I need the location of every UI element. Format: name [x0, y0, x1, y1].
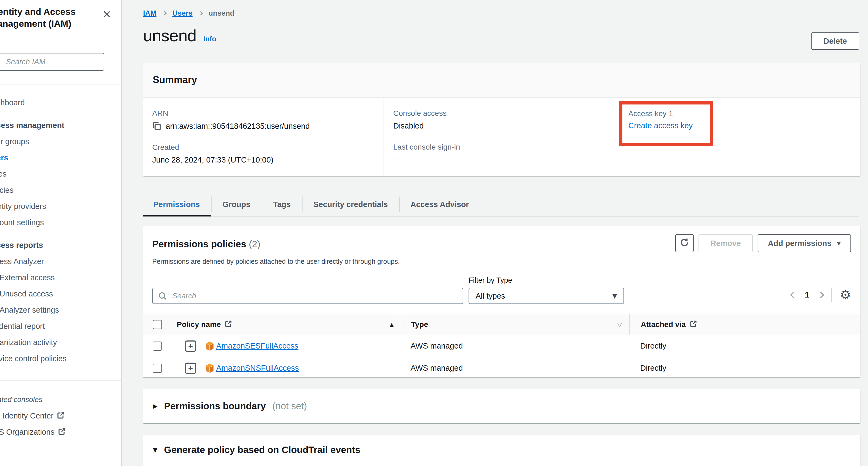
previous-page-icon[interactable] — [790, 291, 797, 298]
sidebar-item-account-settings[interactable]: Account settings — [0, 214, 122, 230]
close-icon[interactable]: × — [103, 7, 111, 21]
policy-link[interactable]: AmazonSESFullAccess — [216, 342, 299, 350]
add-permissions-button[interactable]: Add permissions▼ — [757, 235, 851, 252]
summary-column-3: Access key 1 Create access key — [621, 98, 860, 176]
row-checkbox[interactable] — [153, 364, 162, 373]
breadcrumb-iam-link[interactable]: IAM — [143, 9, 157, 18]
permissions-policies-title: Permissions policies (2) — [152, 239, 260, 249]
expand-row-button[interactable]: + — [185, 340, 196, 352]
tab-groups[interactable]: Groups — [211, 193, 261, 215]
search-iam-input[interactable] — [0, 53, 104, 71]
sidebar-item-credential-report[interactable]: Credential report — [0, 318, 122, 334]
policy-attached-via: Directly — [640, 364, 666, 373]
column-type: Type — [411, 320, 428, 329]
type-filter-select[interactable]: All types ▼ — [469, 288, 624, 304]
sidebar-related-consoles: Related consoles IAM Identity Center AWS… — [0, 392, 122, 440]
policy-attached-via: Directly — [640, 342, 666, 350]
managed-policy-icon — [205, 363, 215, 373]
select-all-checkbox[interactable] — [153, 320, 162, 329]
summary-body: ARN arn:aws:iam::905418462135:user/unsen… — [143, 98, 860, 176]
permissions-boundary-title: Permissions boundary — [164, 401, 266, 411]
sidebar-item-unused-access[interactable]: Unused access — [0, 286, 122, 302]
table-row: + AmazonSESFullAccess AWS managed Direct… — [143, 335, 860, 357]
last-signin-value: - — [393, 155, 621, 164]
policies-count: (2) — [249, 239, 260, 249]
sidebar-item-organization-activity[interactable]: Organization activity — [0, 334, 122, 350]
tab-security-credentials[interactable]: Security credentials — [302, 193, 399, 215]
external-link-icon — [57, 408, 65, 425]
policy-type: AWS managed — [410, 364, 463, 373]
tab-permissions[interactable]: Permissions — [143, 193, 211, 215]
created-value: June 28, 2024, 07:33 (UTC+10:00) — [152, 156, 383, 164]
detail-tabs: Permissions Groups Tags Security credent… — [143, 193, 480, 215]
sidebar-item-external-access[interactable]: External access — [0, 270, 122, 286]
row-checkbox[interactable] — [153, 342, 162, 351]
summary-column-1: ARN arn:aws:iam::905418462135:user/unsen… — [143, 98, 383, 176]
external-link-icon — [58, 425, 66, 441]
sidebar-item-service-control-policies[interactable]: Service control policies — [0, 350, 122, 367]
sidebar-item-identity-providers[interactable]: Identity providers — [0, 198, 122, 214]
iam-sidebar: Identity and Access Management (IAM) × D… — [0, 0, 122, 466]
refresh-button[interactable] — [675, 235, 694, 252]
generate-policy-card[interactable]: ▼ Generate policy based on CloudTrail ev… — [143, 435, 860, 466]
sidebar-item-roles[interactable]: Roles — [0, 166, 122, 182]
permissions-policies-card: Permissions policies (2) Remove Add perm… — [143, 226, 860, 377]
policy-link[interactable]: AmazonSNSFullAccess — [216, 364, 299, 373]
page-number[interactable]: 1 — [805, 290, 809, 300]
sidebar-item-analyzer-settings[interactable]: Analyzer settings — [0, 302, 122, 318]
table-row: + AmazonSNSFullAccess AWS managed Direct… — [143, 357, 860, 379]
pagination-divider — [831, 288, 832, 302]
sort-icon[interactable]: ▽ — [617, 321, 622, 328]
search-icon — [158, 291, 167, 302]
sidebar-divider — [0, 42, 121, 42]
permissions-boundary-status: (not set) — [272, 401, 307, 411]
permissions-policies-description: Permissions are defined by policies atta… — [143, 257, 860, 266]
info-link[interactable]: Info — [203, 35, 216, 43]
breadcrumb: IAM Users unsend — [143, 9, 235, 18]
created-field: Created June 28, 2024, 07:33 (UTC+10:00) — [152, 143, 383, 164]
type-filter-value: All types — [475, 291, 505, 301]
arn-value: arn:aws:iam::905418462135:user/unsend — [166, 122, 310, 131]
access-key-label: Access key 1 — [628, 110, 710, 118]
next-page-icon[interactable] — [817, 291, 824, 298]
tab-access-advisor[interactable]: Access Advisor — [399, 193, 480, 215]
copy-icon[interactable] — [152, 122, 161, 131]
sidebar-link-aws-organizations[interactable]: AWS Organizations — [0, 424, 122, 440]
related-consoles-heading: Related consoles — [0, 392, 122, 408]
sidebar-item-dashboard[interactable]: Dashboard — [0, 94, 122, 111]
breadcrumb-users-link[interactable]: Users — [173, 9, 193, 18]
permissions-boundary-card[interactable]: ▶ Permissions boundary (not set) — [143, 389, 860, 423]
expand-row-button[interactable]: + — [185, 363, 196, 374]
create-access-key-link[interactable]: Create access key — [628, 121, 693, 130]
page-title: unsend — [143, 26, 196, 45]
sidebar-item-policies[interactable]: Policies — [0, 182, 122, 198]
chevron-right-icon — [198, 11, 203, 15]
policy-search-input[interactable] — [152, 288, 463, 304]
sort-ascending-icon[interactable]: ▲ — [390, 321, 394, 328]
sidebar-divider — [0, 84, 121, 85]
console-access-value: Disabled — [393, 122, 621, 130]
console-access-label: Console access — [393, 109, 621, 118]
table-header-row: Policy name ▲ Type ▽ Attached via — [143, 314, 860, 335]
summary-column-2: Console access Disabled Last console sig… — [383, 98, 621, 176]
remove-button[interactable]: Remove — [699, 235, 753, 252]
sidebar-link-iam-identity-center[interactable]: IAM Identity Center — [0, 408, 122, 424]
gear-icon[interactable]: ⚙ — [840, 289, 851, 301]
page-header: unsend Info — [143, 26, 216, 45]
arn-field: ARN arn:aws:iam::905418462135:user/unsen… — [152, 109, 383, 131]
refresh-icon — [680, 238, 689, 249]
chevron-down-icon: ▼ — [612, 293, 617, 300]
summary-header: Summary — [143, 63, 860, 98]
filter-by-type-label: Filter by Type — [469, 276, 624, 285]
sidebar-item-users[interactable]: Users — [0, 150, 122, 166]
sidebar-nav: Dashboard Access management User groups … — [0, 94, 122, 367]
sidebar-section-access-reports: Access reports — [0, 237, 122, 253]
main-content: IAM Users unsend unsend Info Delete Summ… — [122, 0, 868, 466]
policy-type: AWS managed — [410, 342, 463, 350]
tab-tags[interactable]: Tags — [262, 193, 302, 215]
delete-button[interactable]: Delete — [811, 32, 859, 50]
sidebar-item-user-groups[interactable]: User groups — [0, 133, 122, 150]
sidebar-item-access-analyzer[interactable]: Access Analyzer — [0, 253, 122, 270]
pagination: 1 ⚙ — [791, 288, 851, 304]
created-label: Created — [152, 143, 383, 152]
